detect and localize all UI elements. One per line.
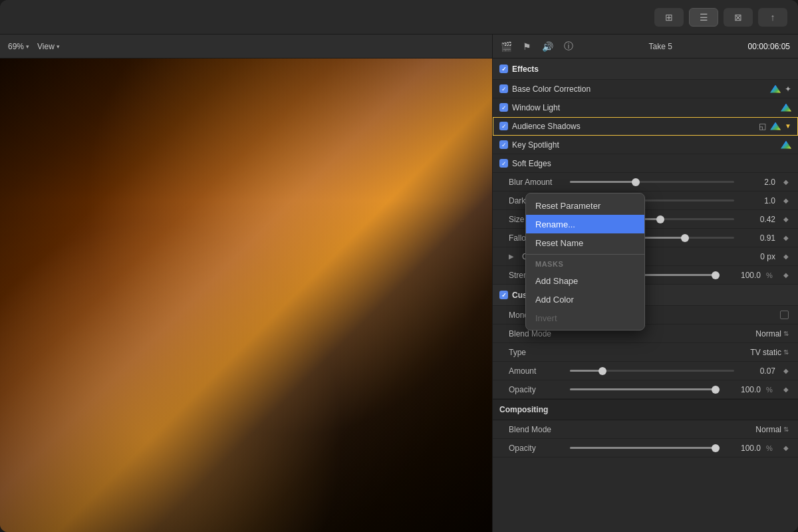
type-select[interactable]: TV static ⇅ [750, 348, 789, 357]
menu-item-rename[interactable]: Rename... [526, 215, 644, 233]
zoom-chevron-icon: ▾ [26, 43, 29, 50]
opacity-grain-diamond-icon[interactable]: ◆ [783, 386, 789, 393]
timecode-value: 6:05 [775, 42, 790, 51]
inspector-toolbar: 🎬 ⚑ 🔊 ⓘ Take 5 00:00:06:05 [493, 35, 798, 59]
param-row-blur-amount: Blur Amount 2.0 ◆ [493, 173, 798, 192]
center-diamond-icon[interactable]: ◆ [783, 253, 789, 260]
size-diamond-icon[interactable]: ◆ [783, 215, 789, 223]
effects-section-header: ✓ Effects [493, 59, 798, 80]
falloff-diamond-icon[interactable]: ◆ [783, 234, 789, 241]
audio-icon[interactable]: 🔊 [542, 41, 553, 52]
darken-value: 1.0 [742, 196, 775, 205]
compositing-blend-label: Blend Mode [509, 425, 562, 434]
effects-checkbox[interactable]: ✓ [499, 65, 508, 73]
opacity-grain-unit: % [766, 386, 775, 394]
monochrome-checkbox[interactable] [780, 311, 789, 319]
amount-label: Amount [509, 366, 562, 376]
type-arrows-icon: ⇅ [783, 348, 789, 356]
audience-shadows-label: Audience Shadows [512, 122, 755, 131]
blur-amount-slider[interactable] [570, 181, 734, 183]
main-content: 69% ▾ View ▾ 🎬 ⚑ � [0, 35, 798, 532]
effect-row-key-spotlight[interactable]: ✓ Key Spotlight [493, 136, 798, 154]
key-spotlight-checkbox[interactable]: ✓ [499, 140, 508, 149]
effect-row-soft-edges[interactable]: ✓ Soft Edges [493, 154, 798, 173]
expand-icon: ◱ [759, 122, 766, 131]
soft-edges-checkbox[interactable]: ✓ [499, 159, 508, 168]
compositing-blend-select[interactable]: Normal ⇅ [755, 425, 789, 434]
info-icon[interactable]: ⓘ [564, 41, 573, 53]
menu-item-add-shape[interactable]: Add Shape [526, 271, 644, 290]
view-control[interactable]: View ▾ [37, 42, 60, 51]
opacity-comp-slider[interactable] [570, 447, 720, 449]
blur-amount-value: 2.0 [742, 178, 775, 187]
blend-mode-value: Normal [755, 329, 781, 338]
grid-view-button[interactable]: ⊞ [654, 8, 684, 27]
center-expand-icon[interactable]: ▶ [509, 253, 514, 260]
blend-mode-select[interactable]: Normal ⇅ [755, 329, 789, 338]
timeline-view-button[interactable]: ☰ [689, 8, 718, 27]
window-light-checkbox[interactable]: ✓ [499, 103, 508, 112]
compositing-blend-arrows-icon: ⇅ [783, 426, 789, 433]
menu-item-invert: Invert [526, 309, 644, 327]
key-spotlight-label: Key Spotlight [512, 140, 777, 150]
zoom-control[interactable]: 69% ▾ [8, 42, 29, 51]
effect-row-window-light[interactable]: ✓ Window Light [493, 98, 798, 117]
prism-icon-2 [781, 104, 791, 112]
strength-unit: % [766, 271, 775, 279]
menu-section-masks: MASKS [526, 257, 644, 271]
blend-mode-arrows-icon: ⇅ [783, 330, 789, 337]
compositing-blend-row: Blend Mode Normal ⇅ [493, 420, 798, 439]
soft-edges-label: Soft Edges [512, 159, 791, 168]
video-overlay [0, 59, 492, 532]
strength-value: 100.0 [728, 271, 761, 280]
opacity-grain-slider[interactable] [570, 388, 720, 390]
window-frame: ⊞ ☰ ⊠ ↑ 69% ▾ View ▾ [0, 0, 798, 532]
param-row-opacity-grain: Opacity 100.0 % ◆ [493, 380, 798, 399]
menu-item-reset-name[interactable]: Reset Name [526, 233, 644, 252]
timecode-prefix: 00:00:0 [748, 42, 775, 51]
amount-value: 0.07 [742, 366, 775, 376]
window-light-label: Window Light [512, 103, 777, 112]
amount-slider[interactable] [570, 370, 734, 372]
view-label: View [37, 42, 55, 51]
center-value: 0 px [742, 252, 775, 261]
opacity-comp-value: 100.0 [728, 444, 761, 453]
menu-separator-1 [526, 254, 644, 255]
flag-icon[interactable]: ⚑ [523, 41, 531, 52]
param-row-opacity-comp: Opacity 100.0 % ◆ [493, 439, 798, 458]
effect-row-base-color[interactable]: ✓ Base Color Correction ✦ [493, 80, 798, 98]
menu-item-reset-parameter[interactable]: Reset Parameter [526, 196, 644, 215]
param-row-amount: Amount 0.07 ◆ [493, 362, 798, 380]
audience-shadows-checkbox[interactable]: ✓ [499, 122, 508, 130]
opacity-comp-unit: % [766, 444, 775, 452]
film-grain-checkbox[interactable]: ✓ [499, 291, 508, 299]
inspector-view-button[interactable]: ⊠ [724, 8, 753, 27]
context-menu: Reset Parameter Rename... Reset Name MAS… [525, 193, 645, 331]
video-zoom-bar: 69% ▾ View ▾ [0, 35, 492, 59]
amount-diamond-icon[interactable]: ◆ [783, 367, 789, 374]
darken-diamond-icon[interactable]: ◆ [783, 197, 789, 204]
compositing-header: Compositing [493, 399, 798, 420]
video-panel: 69% ▾ View ▾ [0, 35, 492, 532]
base-color-checkbox[interactable]: ✓ [499, 84, 508, 93]
zoom-value: 69% [8, 42, 24, 51]
menu-item-add-color[interactable]: Add Color [526, 290, 644, 309]
film-icon[interactable]: 🎬 [501, 41, 512, 52]
opacity-grain-label: Opacity [509, 385, 562, 394]
compositing-label: Compositing [499, 405, 548, 414]
strength-diamond-icon[interactable]: ◆ [783, 271, 789, 279]
base-color-label: Base Color Correction [512, 84, 766, 94]
video-preview-area [0, 59, 492, 532]
sparkle-icon: ✦ [785, 84, 791, 94]
view-chevron-icon: ▾ [57, 43, 60, 50]
effect-row-audience-shadows[interactable]: ✓ Audience Shadows ◱ ▼ [493, 117, 798, 136]
share-button[interactable]: ↑ [758, 8, 787, 27]
opacity-comp-label: Opacity [509, 444, 562, 453]
opacity-comp-diamond-icon[interactable]: ◆ [783, 444, 789, 452]
blur-amount-diamond-icon[interactable]: ◆ [783, 178, 789, 186]
type-label: Type [509, 348, 562, 357]
blur-amount-label: Blur Amount [509, 178, 562, 187]
key-spotlight-icons [781, 141, 791, 149]
prism-icon [770, 85, 781, 93]
timecode: 00:00:06:05 [748, 42, 790, 51]
